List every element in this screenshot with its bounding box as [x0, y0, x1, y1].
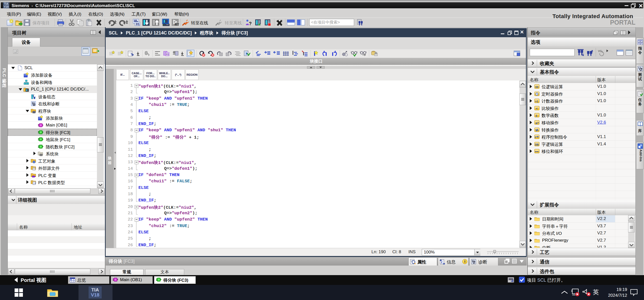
svg-text:<: <	[536, 107, 538, 110]
svg-text:01: 01	[166, 53, 169, 56]
svg-text:+1: +1	[535, 100, 538, 103]
svg-text:VG: VG	[598, 50, 602, 53]
svg-text:01: 01	[136, 22, 139, 26]
svg-text:RT: RT	[175, 23, 179, 26]
svg-text:[0]: [0]	[33, 182, 36, 185]
svg-text:DB: DB	[535, 143, 539, 146]
svg-text:±: ±	[536, 114, 537, 117]
svg-text:?: ?	[249, 21, 252, 26]
